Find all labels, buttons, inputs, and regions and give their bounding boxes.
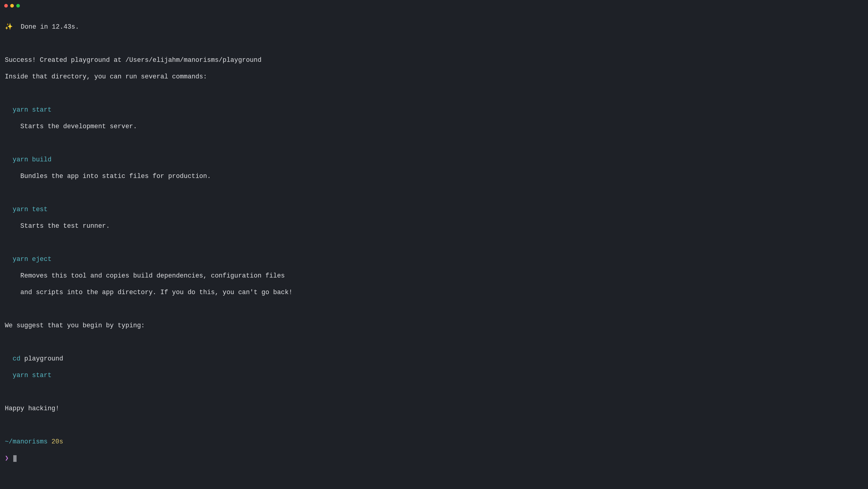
- maximize-button[interactable]: [16, 4, 20, 7]
- minimize-button[interactable]: [10, 4, 14, 7]
- yarn-start-desc: Starts the development server.: [5, 122, 863, 131]
- cd-arg: playground: [21, 355, 63, 362]
- terminal-window: ✨ Done in 12.43s. Success! Created playg…: [0, 0, 868, 489]
- prompt-time: 20s: [48, 438, 63, 445]
- cd-cmd: cd: [5, 355, 21, 362]
- terminal-content[interactable]: ✨ Done in 12.43s. Success! Created playg…: [0, 11, 868, 482]
- yarn-eject-desc-1: Removes this tool and copies build depen…: [5, 272, 863, 280]
- happy-text: Happy hacking!: [5, 405, 863, 413]
- prompt-cwd: ~/manorisms: [5, 438, 48, 445]
- yarn-start-cmd: yarn start: [5, 106, 863, 114]
- yarn-eject-cmd: yarn eject: [5, 255, 863, 264]
- window-titlebar: [0, 0, 868, 11]
- yarn-build-desc: Bundles the app into static files for pr…: [5, 172, 863, 181]
- prompt-symbol: ❯: [5, 455, 13, 462]
- yarn-test-cmd: yarn test: [5, 205, 863, 214]
- yarn-build-cmd: yarn build: [5, 156, 863, 164]
- inside-text: Inside that directory, you can run sever…: [5, 73, 863, 81]
- sparkle-icon: ✨: [5, 23, 13, 30]
- yarn-test-desc: Starts the test runner.: [5, 222, 863, 230]
- cursor: [13, 455, 17, 462]
- success-text: Success! Created playground at /Users/el…: [5, 56, 863, 64]
- yarn-eject-desc-2: and scripts into the app directory. If y…: [5, 288, 863, 297]
- close-button[interactable]: [4, 4, 8, 7]
- yarn-start-suggest: yarn start: [5, 371, 863, 380]
- done-text: Done in 12.43s.: [13, 23, 79, 30]
- suggest-text: We suggest that you begin by typing:: [5, 322, 863, 330]
